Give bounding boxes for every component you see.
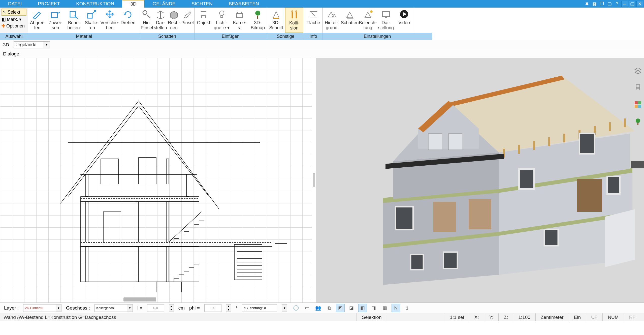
bottom-icon-row: 🕒 ▭ 👥 ⧉ ◩ ◪ ◧ ◨ ▦ N ℹ (292, 304, 411, 312)
phi-spinner[interactable]: ▴▾ (226, 304, 231, 312)
kollision-button[interactable]: Kolli-sion (285, 8, 303, 33)
close-icon[interactable]: ✕ (636, 1, 643, 7)
diag4-icon[interactable]: ◨ (369, 304, 378, 312)
video-button[interactable]: Video (395, 8, 413, 33)
svg-rect-51 (428, 134, 442, 150)
ribbon-group-auswahl: Auswahl (0, 33, 28, 40)
l-input[interactable] (147, 304, 164, 312)
svg-rect-67 (579, 134, 595, 154)
svg-rect-21 (139, 158, 156, 184)
side-drawer-handle[interactable] (631, 161, 644, 168)
optionen-label: Optionen (6, 23, 25, 29)
zuweisen-button[interactable]: Zuwei-sen (46, 8, 65, 33)
drehen-button[interactable]: Drehen (119, 8, 137, 33)
tab-icon[interactable]: ▦ (591, 1, 598, 7)
screen-icon[interactable]: ▢ (606, 1, 613, 7)
pane-3d[interactable] (316, 58, 644, 302)
n-lock-icon[interactable]: N (392, 304, 400, 312)
svg-rect-14 (382, 12, 390, 17)
dl-chevron-down-icon[interactable]: ▾ (282, 304, 287, 312)
status-scale: 1:100 (513, 313, 535, 321)
dl-input[interactable] (242, 304, 277, 312)
phi-input[interactable] (204, 304, 221, 312)
pane-2d[interactable] (0, 58, 312, 302)
skalieren-button[interactable]: Skalie-ren (83, 8, 101, 33)
lichtquelle-button[interactable]: Licht-quelle ▾ (213, 8, 231, 33)
3d-bitmap-button[interactable]: 3D-Bitmap (249, 8, 267, 33)
frame-icon[interactable]: ▭ (303, 304, 311, 312)
layers-icon[interactable] (633, 66, 643, 75)
svg-rect-31 (81, 247, 199, 282)
menu-projekt[interactable]: PROJEKT (30, 0, 68, 8)
tools-icon[interactable]: ✖ (584, 1, 590, 7)
view-bar: 3D ▾ (0, 40, 644, 50)
bearbeiten-button[interactable]: Bear-beiten (65, 8, 83, 33)
hintergrund-button[interactable]: Hinter-grund (323, 8, 341, 33)
diag2-icon[interactable]: ◪ (347, 304, 356, 312)
svg-rect-8 (257, 16, 258, 19)
rechnen-button[interactable]: Rech-nen (167, 8, 181, 33)
kamera-button[interactable]: Kame-ra (231, 8, 249, 33)
layer-combo[interactable]: ▾ (23, 304, 61, 312)
diag1-icon[interactable]: ◩ (336, 304, 345, 312)
terrain-input[interactable] (14, 41, 44, 48)
status-selektion: Selektion (357, 313, 387, 321)
chair-icon[interactable] (633, 83, 643, 92)
floor-combo[interactable]: ▾ (94, 304, 133, 312)
optionen-button[interactable]: ✚ Optionen (2, 23, 26, 29)
grid-icon[interactable]: ▦ (380, 304, 389, 312)
maximize-icon[interactable]: ▢ (629, 1, 635, 7)
palette-icon[interactable] (633, 100, 643, 109)
svg-rect-75 (635, 101, 638, 104)
menu-sichten[interactable]: SICHTEN (183, 0, 220, 8)
objekt-button[interactable]: Objekt (195, 8, 213, 33)
svg-point-5 (219, 11, 224, 15)
terrain-chevron-down-icon[interactable]: ▾ (44, 41, 50, 48)
people-icon[interactable]: 👥 (314, 304, 323, 312)
svg-rect-23 (186, 174, 189, 197)
darstellen-schatten-button[interactable]: Dar-stellen (154, 8, 167, 33)
window-icon[interactable]: ❐ (599, 1, 605, 7)
copy-icon[interactable]: ⧉ (325, 304, 334, 312)
hinpinsel-button[interactable]: Hin.Pinsel (140, 8, 154, 33)
3d-schnitt-button[interactable]: 3D-Schnitt (267, 8, 285, 33)
chevron-down-icon: ▾ (19, 17, 21, 22)
verschieben-button[interactable]: Verschie-ben (101, 8, 119, 33)
floor-input[interactable] (94, 304, 127, 312)
ribbon-group-sonstige: Sonstige (267, 33, 304, 40)
menu-bearbeiten[interactable]: BEARBEITEN (221, 0, 267, 8)
abgreifen-button[interactable]: Abgrei-fen (28, 8, 46, 33)
workspace (0, 58, 644, 302)
darstellung-set-button[interactable]: Dar-stellung (377, 8, 395, 33)
menu-konstruktion[interactable]: KONSTRUKTION (68, 0, 122, 8)
status-y: Y: (484, 313, 498, 321)
splitter[interactable] (312, 58, 316, 302)
status-z: Z: (498, 313, 513, 321)
help-icon[interactable]: ? (614, 1, 620, 7)
info-icon[interactable]: ℹ (403, 304, 411, 312)
terrain-combo[interactable]: ▾ (14, 41, 50, 48)
clock-icon[interactable]: 🕒 (292, 304, 300, 312)
mark-label: Mark. (7, 17, 18, 22)
beleuchtung-button[interactable]: Beleuch-tung (359, 8, 377, 33)
layer-chevron-down-icon[interactable]: ▾ (56, 304, 61, 312)
pane-2d-scrollbar[interactable] (123, 297, 156, 301)
svg-rect-71 (443, 252, 457, 268)
minimize-icon[interactable]: – (621, 1, 628, 7)
diag3-icon[interactable]: ◧ (358, 304, 367, 312)
selekt-button[interactable]: ↖ Selekt (2, 9, 26, 16)
l-spinner[interactable]: ▴▾ (169, 304, 174, 312)
menu-3d[interactable]: 3D (122, 0, 144, 8)
floor-chevron-down-icon[interactable]: ▾ (127, 304, 133, 312)
svg-rect-68 (577, 179, 602, 212)
menu-gelaende[interactable]: GELÄNDE (144, 0, 183, 8)
svg-rect-26 (86, 202, 88, 242)
menu-datei[interactable]: DATEI (0, 0, 30, 8)
flaeche-button[interactable]: Fläche (304, 8, 322, 33)
mark-button[interactable]: ◧ Mark. ▾ (2, 17, 26, 22)
pinsel-button[interactable]: Pinsel (181, 8, 194, 33)
schatten-button[interactable]: Schatten (341, 8, 359, 33)
tree-icon[interactable] (633, 117, 643, 127)
svg-rect-76 (638, 101, 641, 104)
layer-input[interactable] (23, 304, 56, 312)
